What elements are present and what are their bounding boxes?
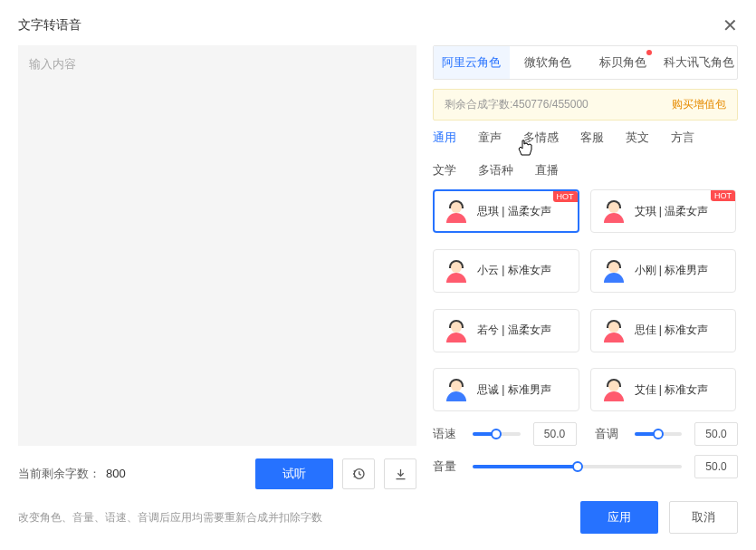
pitch-label: 音调 (595, 426, 622, 442)
provider-tab[interactable]: 阿里云角色 (434, 46, 510, 79)
avatar (602, 259, 626, 283)
speed-value[interactable]: 50.0 (533, 422, 577, 446)
volume-value[interactable]: 50.0 (694, 455, 738, 478)
category-tab[interactable]: 多语种 (478, 162, 513, 179)
speed-label: 语速 (433, 426, 460, 442)
quota-text: 剩余合成字数:450776/455000 (445, 97, 589, 112)
avatar (602, 199, 626, 223)
footer-hint: 改变角色、音量、语速、音调后应用均需要重新合成并扣除字数 (18, 510, 322, 526)
category-tab[interactable]: 文学 (433, 162, 456, 179)
modal-title: 文字转语音 (18, 17, 81, 34)
remain-label: 当前剩余字数： (18, 467, 100, 480)
pitch-value[interactable]: 50.0 (694, 422, 738, 446)
buy-quota-link[interactable]: 购买增值包 (672, 97, 726, 112)
voice-name: 思诚 | 标准男声 (477, 382, 551, 398)
category-tab[interactable]: 直播 (535, 162, 559, 179)
voice-name: 思佳 | 标准女声 (635, 323, 709, 338)
avatar (445, 199, 468, 223)
voice-list: 思琪 | 温柔女声HOT艾琪 | 温柔女声HOT小云 | 标准女声小刚 | 标准… (433, 189, 738, 417)
hot-badge: HOT (711, 190, 735, 201)
category-tab[interactable]: 英文 (626, 130, 649, 146)
voice-card[interactable]: 思佳 | 标准女声 (590, 309, 737, 352)
close-icon[interactable]: ✕ (723, 16, 738, 34)
avatar (445, 378, 468, 401)
category-tabs: 通用童声多情感客服英文方言文学多语种直播 (433, 130, 738, 179)
avatar (445, 259, 468, 283)
voice-card[interactable]: 思琪 | 温柔女声HOT (433, 189, 579, 233)
category-tab[interactable]: 通用 (433, 130, 456, 146)
volume-label: 音量 (433, 458, 460, 475)
category-tab[interactable]: 童声 (478, 130, 502, 146)
voice-card[interactable]: 艾佳 | 标准女声 (590, 368, 737, 411)
voice-name: 若兮 | 温柔女声 (477, 323, 551, 338)
voice-card[interactable]: 小云 | 标准女声 (433, 249, 579, 293)
voice-name: 小云 | 标准女声 (477, 263, 551, 278)
category-tab[interactable]: 多情感 (523, 130, 559, 146)
voice-card[interactable]: 艾琪 | 温柔女声HOT (590, 189, 737, 233)
voice-card[interactable]: 小刚 | 标准男声 (590, 249, 737, 293)
voice-card[interactable]: 思诚 | 标准男声 (433, 368, 579, 411)
category-tab[interactable]: 客服 (580, 130, 604, 146)
provider-tabs: 阿里云角色微软角色标贝角色科大讯飞角色 (433, 45, 738, 80)
remain-value: 800 (106, 467, 126, 480)
provider-tab[interactable]: 科大讯飞角色 (661, 46, 737, 79)
preview-button[interactable]: 试听 (255, 458, 333, 489)
pitch-slider[interactable] (635, 432, 683, 436)
remaining-chars: 当前剩余字数：800 (18, 466, 126, 482)
apply-button[interactable]: 应用 (580, 501, 658, 534)
volume-slider[interactable] (473, 465, 682, 468)
text-input[interactable] (18, 45, 416, 446)
history-icon[interactable] (342, 458, 375, 489)
category-tab[interactable]: 方言 (671, 130, 694, 146)
voice-name: 艾佳 | 标准女声 (635, 382, 709, 398)
download-icon[interactable] (384, 458, 416, 489)
avatar (602, 378, 626, 401)
hot-badge: HOT (553, 191, 578, 202)
speed-slider[interactable] (473, 432, 521, 436)
voice-card[interactable]: 若兮 | 温柔女声 (433, 309, 579, 352)
cancel-button[interactable]: 取消 (669, 501, 738, 534)
avatar (445, 319, 468, 343)
provider-tab[interactable]: 标贝角色 (586, 46, 662, 79)
quota-bar: 剩余合成字数:450776/455000 购买增值包 (433, 89, 738, 121)
voice-name: 艾琪 | 温柔女声 (635, 204, 709, 219)
voice-name: 思琪 | 温柔女声 (477, 204, 551, 219)
voice-name: 小刚 | 标准男声 (635, 263, 709, 278)
provider-tab[interactable]: 微软角色 (510, 46, 586, 79)
badge-dot (646, 50, 652, 55)
avatar (602, 319, 626, 343)
